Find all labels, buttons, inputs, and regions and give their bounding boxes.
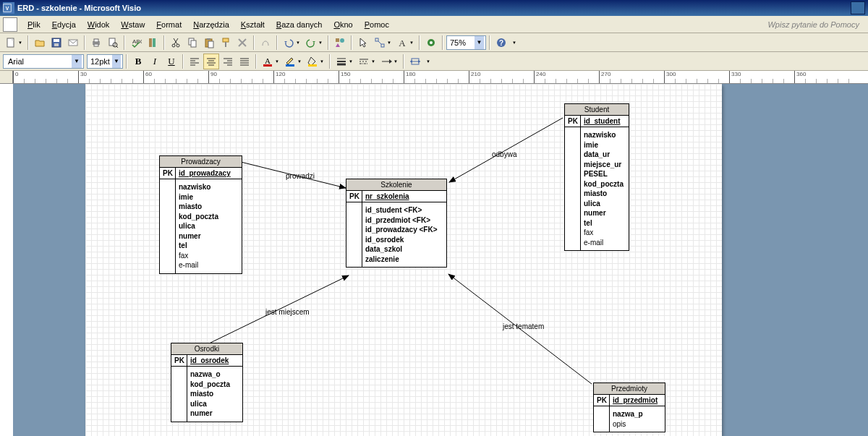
svg-rect-25	[223, 38, 229, 42]
print-button[interactable]	[88, 35, 104, 51]
svg-rect-23	[207, 38, 210, 40]
help-button[interactable]: ?	[493, 35, 509, 51]
svg-rect-4	[54, 39, 59, 42]
entity-attribute: e-mail	[584, 238, 626, 248]
bold-button[interactable]: B	[130, 54, 146, 69]
spell-check-button[interactable]: ABC	[128, 35, 144, 51]
svg-rect-56	[286, 64, 294, 67]
menu-kształt[interactable]: Kształt	[235, 18, 271, 31]
entity-attribute: miasto	[179, 202, 239, 212]
line-color-button[interactable]: ▼	[282, 54, 304, 69]
pointer-tool-button[interactable]	[355, 35, 371, 51]
drawing-page[interactable]: Prowadzacy PK id_prowadzacy nazwiskoimie…	[85, 84, 722, 436]
research-button[interactable]	[145, 35, 161, 51]
help-search-prompt[interactable]: Wpisz pytanie do Pomocy	[767, 20, 859, 29]
entity-attribute: tel	[179, 241, 239, 251]
print-preview-button[interactable]	[105, 35, 121, 51]
menu-widok[interactable]: Widok	[82, 18, 116, 31]
entity-attribute: kod_poczta	[584, 179, 626, 189]
save-button[interactable]	[48, 35, 64, 51]
menu-format[interactable]: Format	[150, 18, 187, 31]
ruler-corner	[0, 71, 13, 84]
entity-przedmioty[interactable]: Przedmioty PK id_przedmiot nazwa_popis	[593, 382, 665, 432]
entity-prowadzacy[interactable]: Prowadzacy PK id_prowadzacy nazwiskoimie…	[159, 155, 242, 274]
format-painter-button[interactable]	[218, 35, 234, 51]
line-pattern-button[interactable]: ▼	[356, 54, 378, 69]
toolbar-options-2-button[interactable]: ▼	[424, 54, 431, 69]
entity-attribute: id_przedmiot <FK>	[365, 215, 443, 226]
entity-attribute: opis	[613, 419, 662, 429]
font-color-button[interactable]: A▼	[260, 54, 281, 69]
svg-rect-8	[94, 39, 98, 42]
font-combo[interactable]: ▼	[3, 54, 84, 69]
entity-attribute: tel	[584, 218, 626, 228]
align-left-button[interactable]	[187, 54, 203, 69]
entity-attribute: ulica	[179, 221, 239, 231]
toolbar-options-button[interactable]: ▼	[510, 35, 517, 51]
minimize-button[interactable]	[851, 1, 865, 14]
entity-attribute: numer	[190, 409, 239, 419]
menu-okno[interactable]: Okno	[328, 18, 358, 31]
new-button[interactable]: ▼	[3, 35, 25, 51]
line-weight-button[interactable]: ▼	[333, 54, 355, 69]
entity-student[interactable]: Student PK id_student nazwiskoimiedata_u…	[564, 103, 629, 251]
align-right-button[interactable]	[220, 54, 236, 69]
shapes-window-button[interactable]	[332, 35, 348, 51]
fill-color-button[interactable]: ▼	[305, 54, 326, 69]
redo-button[interactable]: ▼	[303, 35, 325, 51]
svg-point-35	[430, 41, 433, 44]
zoom-combo[interactable]: ▼	[446, 35, 486, 50]
entity-szkolenie[interactable]: Szkolenie PK nr_szkolenia id_student <FK…	[346, 179, 447, 268]
svg-rect-31	[381, 44, 384, 47]
format-shape-button[interactable]	[258, 35, 273, 51]
text-tool-button[interactable]: A▼	[394, 35, 416, 51]
format-toolbar: ▼ ▼ B I U A▼ ▼ ▼ ▼ ▼ ▼ ▼	[0, 52, 868, 71]
svg-text:V: V	[6, 6, 9, 11]
menu-wstaw[interactable]: Wstaw	[115, 18, 150, 31]
entity-attribute: fax	[179, 251, 239, 261]
svg-rect-26	[225, 42, 226, 47]
menu-narzędzia[interactable]: Narzędzia	[187, 18, 235, 31]
menu-plik[interactable]: Plik	[22, 18, 46, 31]
menu-edycja[interactable]: Edycja	[46, 18, 82, 31]
svg-text:A: A	[265, 56, 271, 65]
entity-title: Prowadzacy	[160, 156, 242, 168]
svg-rect-9	[94, 44, 98, 46]
svg-marker-65	[389, 59, 392, 64]
menu-baza-danych[interactable]: Baza danych	[271, 18, 328, 31]
entity-osrodki[interactable]: Osrodki PK id_osrodek nazwa_okod_pocztam…	[171, 343, 243, 422]
auto-width-button[interactable]	[407, 54, 423, 69]
menu-pomoc[interactable]: Pomoc	[359, 18, 395, 31]
canvas[interactable]: Prowadzacy PK id_prowadzacy nazwiskoimie…	[13, 84, 868, 436]
menu-bar: PlikEdycjaWidokWstawFormatNarzędziaKszta…	[0, 16, 868, 33]
entity-attribute: id_student <FK>	[365, 205, 443, 215]
open-button[interactable]	[32, 35, 48, 51]
connector-tool-button[interactable]: ▼	[372, 35, 393, 51]
svg-rect-24	[208, 41, 213, 48]
svg-rect-10	[109, 38, 115, 46]
entity-attribute: zaliczenie	[365, 255, 443, 265]
ink-button[interactable]	[423, 35, 439, 51]
copy-button[interactable]	[184, 35, 200, 51]
line-ends-button[interactable]: ▼	[378, 54, 400, 69]
email-button[interactable]	[65, 35, 81, 51]
entity-attribute: data_ur	[584, 150, 626, 160]
entity-attribute: miasto	[584, 189, 626, 199]
entity-title: Przedmioty	[594, 383, 665, 395]
delete-button[interactable]	[234, 35, 250, 51]
svg-marker-29	[336, 43, 340, 47]
entity-attribute: PESEL	[584, 169, 626, 179]
justify-button[interactable]	[237, 54, 252, 69]
italic-button[interactable]: I	[147, 54, 163, 69]
relation-label-prowadzi: prowadzi	[284, 171, 316, 181]
svg-rect-21	[191, 40, 196, 47]
underline-button[interactable]: U	[163, 54, 179, 69]
undo-button[interactable]: ▼	[281, 35, 302, 51]
align-center-button[interactable]	[203, 54, 219, 69]
entity-attribute: id_osrodek	[365, 235, 443, 245]
paste-button[interactable]	[201, 35, 217, 51]
pk-attr: id_student	[581, 116, 629, 127]
entity-attribute: ulica	[190, 399, 239, 409]
cut-button[interactable]	[168, 35, 184, 51]
font-size-combo[interactable]: ▼	[87, 54, 123, 69]
